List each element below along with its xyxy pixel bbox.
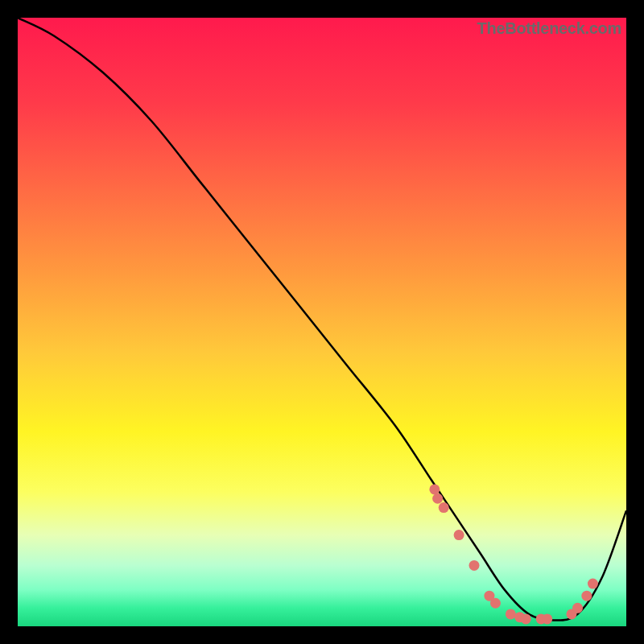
marker-dot: [454, 530, 464, 540]
marker-dots: [429, 484, 598, 624]
chart-area: TheBottleneck.com: [18, 18, 626, 626]
marker-dot: [490, 598, 501, 609]
marker-dot: [572, 603, 583, 613]
marker-dot: [506, 609, 516, 619]
marker-dot: [521, 613, 531, 624]
marker-dot: [542, 613, 552, 624]
marker-dot: [469, 560, 480, 571]
marker-dot: [588, 579, 598, 589]
bottleneck-curve: [18, 18, 626, 621]
marker-dot: [439, 502, 449, 513]
marker-dot: [429, 484, 440, 494]
chart-svg: [18, 18, 626, 626]
marker-dot: [581, 591, 592, 601]
marker-dot: [432, 493, 443, 504]
